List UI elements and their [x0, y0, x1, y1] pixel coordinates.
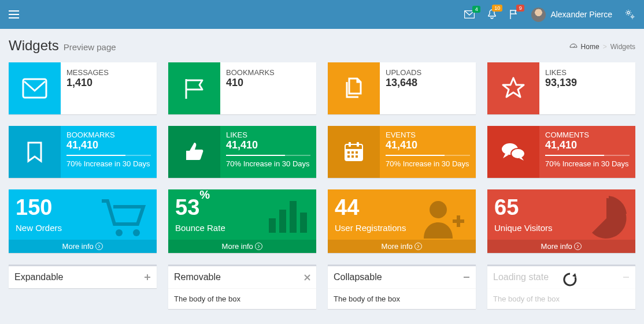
- box-expandable: Expandable: [9, 265, 157, 288]
- box-removable: Removable The body of the box: [168, 265, 316, 309]
- close-icon: [304, 274, 310, 281]
- more-info-link[interactable]: More info: [487, 240, 635, 253]
- flag-icon: [168, 62, 220, 114]
- pie-chart-icon: [583, 195, 630, 241]
- collapse-button[interactable]: [623, 274, 630, 281]
- svg-point-16: [511, 148, 525, 159]
- gears-icon: [625, 9, 635, 20]
- progress-bar: [226, 155, 310, 156]
- svg-point-19: [96, 243, 103, 250]
- nav-flags[interactable]: 9: [509, 9, 519, 20]
- breadcrumb-sep: >: [603, 43, 607, 51]
- info-box-desc: 70% Increase in 30 Days: [386, 159, 470, 168]
- nav-notifications[interactable]: 10: [487, 9, 497, 20]
- info-box-value: 41,410: [545, 139, 630, 151]
- breadcrumb-current: Widgets: [610, 43, 635, 51]
- info-box-colored-row: BOOKMARKS41,41070% Increase in 30 Days L…: [9, 126, 635, 178]
- svg-rect-5: [345, 144, 362, 149]
- info-box-value: 41,410: [66, 139, 151, 151]
- svg-rect-13: [351, 155, 354, 158]
- page-header: Widgets Preview page Home > Widgets: [9, 38, 635, 54]
- info-box-likes: LIKES93,139: [487, 62, 635, 114]
- small-box-new-orders: 150 New Orders More info: [9, 189, 157, 253]
- info-box-likes-2: LIKES41,41070% Increase in 30 Days: [168, 126, 316, 178]
- menu-toggle[interactable]: [9, 10, 19, 18]
- box-title: Removable: [174, 272, 221, 282]
- page-title: Widgets: [9, 38, 59, 54]
- box-collapsable: Collapsable The body of the box: [328, 265, 476, 309]
- info-box-desc: 70% Increase in 30 Days: [226, 159, 310, 168]
- info-box-desc: 70% Increase in 30 Days: [66, 159, 151, 168]
- bars-icon: [9, 10, 19, 18]
- info-box-label: BOOKMARKS: [66, 131, 151, 139]
- nav-settings[interactable]: [625, 9, 635, 20]
- plus-icon: [144, 274, 151, 281]
- svg-point-18: [133, 229, 140, 236]
- svg-point-27: [575, 243, 582, 250]
- box-title: Collapsable: [334, 272, 382, 282]
- progress-bar: [545, 155, 630, 156]
- navbar: 4 10 9 Alexander Pierce: [0, 0, 644, 29]
- envelope-icon: [9, 62, 61, 114]
- box-title: Loading state: [493, 272, 549, 282]
- collapse-button[interactable]: [463, 274, 470, 281]
- info-box-row: MESSAGES1,410 BOOKMARKS410 UPLOADS13,648…: [9, 62, 635, 114]
- info-box-value: 41,410: [386, 139, 470, 151]
- box-body: The body of the box: [487, 289, 635, 309]
- info-box-desc: 70% Increase in 30 Days: [545, 159, 630, 168]
- box-body: The body of the box: [168, 289, 316, 309]
- messages-badge: 4: [472, 6, 480, 13]
- bar-chart-icon: [264, 195, 310, 236]
- info-box-bookmarks-2: BOOKMARKS41,41070% Increase in 30 Days: [9, 126, 157, 178]
- more-info-link[interactable]: More info: [168, 240, 316, 253]
- progress-bar: [66, 155, 151, 156]
- info-box-value: 13,648: [386, 77, 470, 89]
- svg-rect-9: [347, 151, 350, 154]
- svg-rect-10: [351, 151, 354, 154]
- arrow-circle-right-icon: [255, 243, 262, 250]
- svg-point-25: [430, 201, 447, 218]
- calendar-icon: [328, 126, 380, 178]
- svg-rect-20: [269, 218, 276, 233]
- more-info-link[interactable]: More info: [328, 240, 476, 253]
- minus-icon: [463, 274, 470, 281]
- arrow-circle-right-icon: [414, 243, 422, 250]
- info-box-label: EVENTS: [386, 131, 470, 139]
- user-plus-icon: [418, 195, 470, 241]
- expand-button[interactable]: [144, 274, 151, 281]
- info-box-value: 410: [226, 77, 310, 89]
- svg-point-1: [627, 12, 630, 14]
- box-title: Expandable: [14, 272, 64, 282]
- small-box-user-registrations: 44 User Registrations More info: [328, 189, 476, 253]
- svg-point-24: [256, 243, 262, 250]
- thumbs-up-icon: [168, 126, 220, 178]
- svg-rect-21: [279, 210, 286, 233]
- svg-point-17: [116, 229, 123, 236]
- breadcrumb-home[interactable]: Home: [581, 43, 599, 51]
- comments-icon: [487, 126, 539, 178]
- svg-rect-7: [349, 142, 351, 147]
- content: Widgets Preview page Home > Widgets MESS…: [0, 29, 644, 318]
- svg-rect-22: [290, 201, 297, 233]
- info-box-value: 41,410: [226, 139, 310, 151]
- svg-rect-3: [23, 79, 46, 98]
- small-box-unique-visitors: 65 Unique Visitors More info: [487, 189, 635, 253]
- svg-rect-23: [300, 213, 307, 233]
- page-subtitle: Preview page: [64, 42, 116, 52]
- info-box-bookmarks: BOOKMARKS410: [168, 62, 316, 114]
- svg-point-2: [631, 16, 633, 17]
- cart-icon: [99, 195, 151, 241]
- info-box-label: MESSAGES: [66, 68, 151, 77]
- dashboard-icon: [569, 43, 578, 50]
- notifications-badge: 10: [492, 5, 502, 12]
- remove-button[interactable]: [304, 274, 310, 281]
- files-icon: [328, 62, 380, 114]
- box-body: The body of the box: [328, 289, 476, 309]
- nav-user[interactable]: Alexander Pierce: [531, 8, 612, 22]
- nav-messages[interactable]: 4: [464, 10, 475, 18]
- box-loading-state: Loading state The body of the box: [487, 265, 635, 309]
- small-box-bounce-rate: 53% Bounce Rate More info: [168, 189, 316, 253]
- more-info-link[interactable]: More info: [9, 240, 157, 253]
- info-box-label: COMMENTS: [545, 131, 630, 139]
- avatar: [531, 8, 546, 22]
